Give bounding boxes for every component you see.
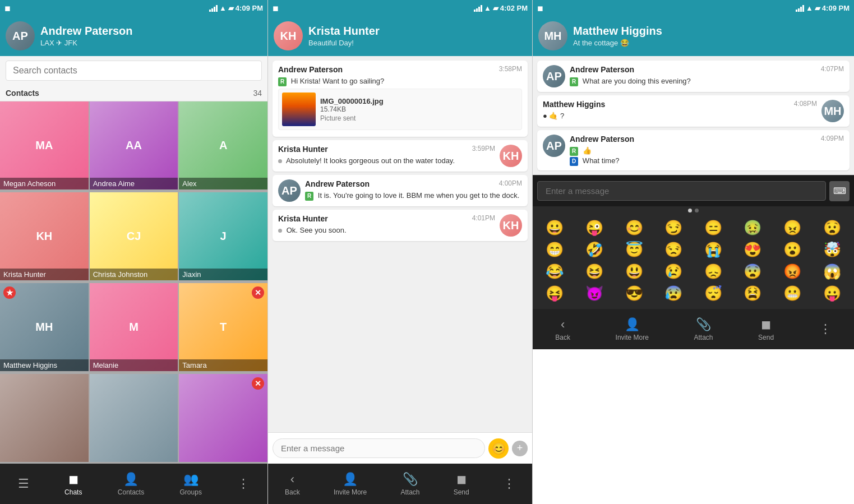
contacts-section-header: Contacts 34 — [0, 85, 267, 101]
emoji-3-3[interactable]: 😰 — [663, 284, 684, 303]
header-avatar-1: AP — [6, 21, 35, 50]
plus-button-2[interactable]: + — [512, 441, 528, 456]
emoji-3-6[interactable]: 😬 — [782, 284, 802, 303]
contact-cell-10[interactable] — [90, 374, 178, 462]
msg-line-r: R 👍 — [570, 146, 844, 156]
nav-menu[interactable]: ☰ — [12, 473, 35, 494]
emoji-1-1[interactable]: 🤣 — [584, 240, 604, 260]
nav-groups[interactable]: 👥 Groups — [174, 469, 207, 500]
contact-avatar-7: M — [90, 283, 178, 371]
nav2-back[interactable]: ‹ Back — [285, 472, 300, 496]
nav-chats[interactable]: ◼ Chats — [59, 469, 87, 500]
emoji-1-3[interactable]: 😒 — [663, 240, 684, 260]
emoji-2-6[interactable]: 😡 — [782, 262, 802, 281]
emoji-keyboard: 😀😜😊😏😑🤢😠😧😁🤣😇😒😭😍😮🤯😂😆😃😢😞😨😡😱😝😈😎😰😴😫😬😛 — [533, 215, 854, 309]
nav2-send[interactable]: ◼ Send — [454, 472, 469, 496]
krista-msg-avatar-4: KH — [500, 214, 522, 237]
emoji-0-5[interactable]: 🤢 — [742, 218, 763, 238]
message-input-2[interactable] — [273, 438, 485, 458]
nav3-more[interactable]: ⋮ — [819, 322, 832, 336]
nav-more[interactable]: ⋮ — [232, 473, 255, 494]
header-status-1: LAX ✈ JFK — [40, 39, 262, 47]
dot-indicator-4 — [278, 229, 282, 233]
matthew-avatar-small: MH — [821, 100, 844, 122]
matthew-messages[interactable]: AP Andrew Paterson 4:07PM R What are you… — [533, 56, 854, 175]
contact-cell-11[interactable]: ✕ — [179, 374, 267, 462]
emoji-3-1[interactable]: 😈 — [584, 284, 604, 303]
emoji-3-4[interactable]: 😴 — [703, 284, 723, 303]
image-attachment[interactable]: IMG_00000016.jpg 15.74KB Picture sent — [278, 89, 522, 130]
emoji-2-5[interactable]: 😨 — [742, 262, 763, 281]
groups-label: Groups — [180, 488, 202, 496]
emoji-3-2[interactable]: 😎 — [624, 284, 644, 303]
contact-cell-8[interactable]: TTamara✕ — [179, 283, 267, 371]
nav3-invite[interactable]: 👤 Invite More — [616, 317, 649, 341]
emoji-1-5[interactable]: 😍 — [742, 240, 763, 260]
emoji-0-4[interactable]: 😑 — [703, 218, 723, 238]
msg-sender-3: Andrew Paterson — [305, 179, 370, 188]
contacts-icon: 👤 — [123, 472, 139, 487]
contact-cell-2[interactable]: AAlex — [179, 101, 267, 189]
bottom-nav-3: ‹ Back 👤 Invite More 📎 Attach ◼ Send ⋮ — [533, 309, 854, 349]
emoji-2-7[interactable]: 😱 — [822, 262, 842, 281]
send-icon-3: ◼ — [761, 317, 771, 332]
emoji-1-2[interactable]: 😇 — [624, 240, 644, 260]
msg-sender-1: Andrew Paterson — [278, 65, 343, 74]
emoji-2-2[interactable]: 😃 — [624, 262, 644, 281]
emoji-2-4[interactable]: 😞 — [703, 262, 723, 281]
emoji-2-3[interactable]: 😢 — [663, 262, 684, 281]
image-thumbnail — [282, 93, 316, 126]
image-filename: IMG_00000016.jpg — [320, 97, 384, 105]
contact-cell-5[interactable]: JJiaxin — [179, 192, 267, 280]
contact-cell-3[interactable]: KHKrista Hunter — [0, 192, 89, 280]
emoji-1-7[interactable]: 🤯 — [822, 240, 842, 260]
nav-contacts[interactable]: 👤 Contacts — [112, 469, 150, 500]
nav2-invite[interactable]: 👤 Invite More — [334, 472, 367, 496]
emoji-0-1[interactable]: 😜 — [584, 218, 604, 238]
emoji-2-1[interactable]: 😆 — [584, 262, 604, 281]
emoji-3-0[interactable]: 😝 — [544, 284, 565, 303]
emoji-0-6[interactable]: 😠 — [782, 218, 802, 238]
nav2-more[interactable]: ⋮ — [503, 477, 515, 491]
battery-icon-2: ▰ — [493, 4, 498, 12]
andrew-avatar: AP — [6, 21, 35, 50]
emoji-2-0[interactable]: 😂 — [544, 262, 565, 281]
contact-cell-7[interactable]: MMelanie — [90, 283, 178, 371]
contact-cell-6[interactable]: MHMatthew Higgins★ — [0, 283, 89, 371]
more-icon-3: ⋮ — [819, 322, 832, 336]
emoji-3-7[interactable]: 😛 — [822, 284, 842, 303]
contact-name-6: Matthew Higgins — [0, 359, 89, 371]
msg-time-2: 3:59PM — [472, 145, 495, 152]
msg-content-p3-3: Andrew Paterson 4:09PM R 👍 D What time? — [570, 135, 844, 166]
nav3-back[interactable]: ‹ Back — [555, 317, 570, 341]
emoji-3-5[interactable]: 😫 — [742, 284, 763, 303]
nav3-send[interactable]: ◼ Send — [758, 317, 774, 341]
message-input-3[interactable] — [537, 181, 826, 201]
contacts-header: AP Andrew Paterson LAX ✈ JFK — [0, 16, 267, 56]
emoji-1-0[interactable]: 😁 — [544, 240, 565, 260]
image-info: IMG_00000016.jpg 15.74KB Picture sent — [320, 97, 384, 122]
contact-cell-4[interactable]: CJChrista Johnston — [90, 192, 178, 280]
emoji-0-0[interactable]: 😀 — [544, 218, 565, 238]
keyboard-icon-button[interactable]: ⌨ — [829, 181, 850, 201]
emoji-1-6[interactable]: 😮 — [782, 240, 802, 260]
bbm-r-badge-p3-1: R — [570, 77, 578, 86]
emoji-button-2[interactable]: 😊 — [488, 438, 509, 459]
emoji-0-7[interactable]: 😧 — [822, 218, 842, 238]
krista-messages[interactable]: Andrew Paterson 3:58PM R Hi Krista! Want… — [268, 56, 532, 432]
contact-cell-1[interactable]: AAAndrea Aime — [90, 101, 178, 189]
search-input[interactable] — [6, 61, 262, 81]
emoji-0-3[interactable]: 😏 — [663, 218, 684, 238]
contact-cell-9[interactable] — [0, 374, 89, 462]
status-bar-right-1: ▲ ▰ 4:09 PM — [209, 4, 263, 12]
emoji-0-2[interactable]: 😊 — [624, 218, 644, 238]
contact-cell-0[interactable]: MAMegan Acheson — [0, 101, 89, 189]
msg-text-p3-1: R What are you doing this evening? — [570, 76, 844, 86]
time-2: 4:02 PM — [500, 4, 528, 12]
nav3-attach[interactable]: 📎 Attach — [694, 317, 713, 341]
msg-text-2: Absolutely! It looks gorgeous out on the… — [278, 156, 495, 166]
nav2-attach[interactable]: 📎 Attach — [400, 472, 419, 496]
emoji-1-4[interactable]: 😭 — [703, 240, 723, 260]
message-input-bar-3: ⌨ — [533, 175, 854, 206]
contact-name-8: Tamara — [179, 359, 267, 371]
